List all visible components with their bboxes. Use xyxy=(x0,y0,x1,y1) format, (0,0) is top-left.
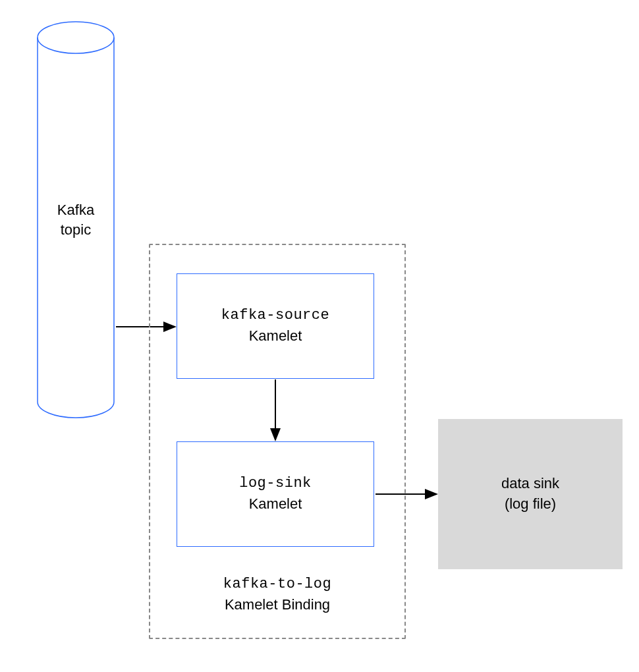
binding-name: kafka-to-log xyxy=(223,576,331,592)
log-sink-name: log-sink xyxy=(239,474,312,494)
log-sink-type: Kamelet xyxy=(249,494,302,515)
kafka-source-kamelet-box: kafka-source Kamelet xyxy=(177,273,374,379)
data-sink-box: data sink (log file) xyxy=(438,419,623,569)
data-sink-label-line1: data sink xyxy=(501,474,559,494)
kafka-topic-label-line1: Kafka xyxy=(57,200,94,220)
binding-label: kafka-to-log Kamelet Binding xyxy=(149,573,406,615)
log-sink-kamelet-box: log-sink Kamelet xyxy=(177,441,374,547)
kafka-topic-cylinder: Kafka topic xyxy=(36,20,115,419)
diagram-canvas: Kafka topic kafka-source Kamelet log-sin… xyxy=(0,0,639,672)
svg-point-0 xyxy=(38,22,114,53)
data-sink-label-line2: (log file) xyxy=(505,494,556,515)
kafka-source-type: Kamelet xyxy=(249,326,302,347)
binding-type: Kamelet Binding xyxy=(225,596,330,613)
svg-marker-6 xyxy=(425,489,438,499)
kafka-source-name: kafka-source xyxy=(221,306,329,326)
kafka-topic-label-line2: topic xyxy=(61,220,91,240)
